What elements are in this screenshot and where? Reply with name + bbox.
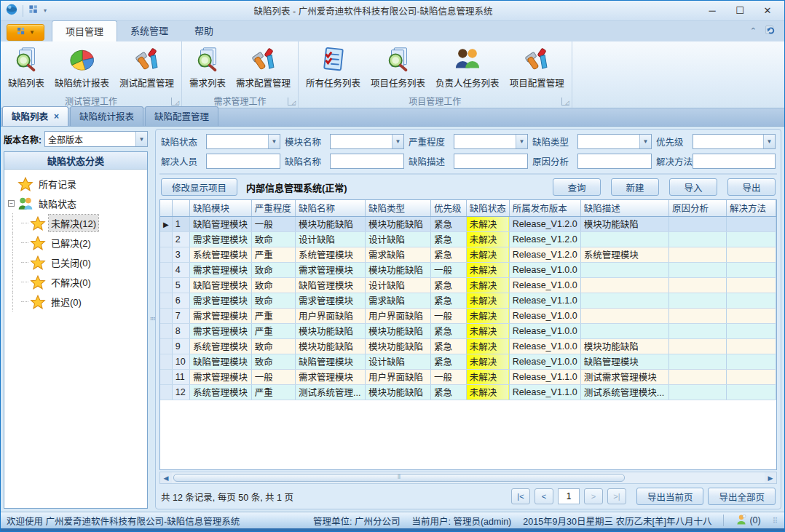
first-page-button[interactable]: |<: [511, 488, 530, 504]
last-page-button[interactable]: >|: [607, 488, 626, 504]
column-header-缺陷状态[interactable]: 缺陷状态: [466, 200, 509, 216]
row-selector-cell[interactable]: [160, 308, 172, 323]
toolbar-button-导入[interactable]: 导入: [669, 178, 717, 196]
table-row[interactable]: 6需求管理模块致命需求管理模块需求缺陷紧急未解决Release_V1.1.0: [160, 293, 776, 308]
application-menu-button[interactable]: ▼: [7, 24, 44, 41]
chevron-down-icon[interactable]: ▼: [763, 135, 775, 148]
table-row[interactable]: ▶1缺陷管理模块一般模块功能缺陷模块功能缺陷紧急未解决Release_V1.2.…: [160, 216, 776, 231]
export-all-pages-button[interactable]: 导出全部页: [708, 488, 776, 505]
close-tab-icon[interactable]: ×: [54, 111, 59, 122]
ribbon-button-所有任务列表[interactable]: 所有任务列表: [301, 44, 365, 91]
document-tab-1[interactable]: 缺陷统计报表: [70, 106, 143, 126]
dialog-launcher-icon[interactable]: [561, 98, 569, 106]
column-header-严重程度[interactable]: 严重程度: [251, 200, 295, 216]
tree-item-未解决(12)[interactable]: 未解决(12): [6, 213, 146, 233]
tree-item-不解决(0)[interactable]: 不解决(0): [6, 272, 146, 292]
ribbon-button-项目配置管理[interactable]: 项目配置管理: [505, 44, 569, 91]
refresh-icon[interactable]: [764, 23, 777, 39]
table-row[interactable]: 9系统管理模块致命模块功能缺陷模块功能缺陷紧急未解决Release_V1.0.0…: [160, 338, 776, 354]
ribbon-button-缺陷列表[interactable]: 缺陷列表: [4, 44, 49, 91]
table-row[interactable]: 5缺陷管理模块致命缺陷管理模块设计缺陷紧急未解决Release_V1.0.0: [160, 277, 776, 293]
row-selector-cell[interactable]: [160, 323, 172, 338]
ribbon-button-项目任务列表[interactable]: 项目任务列表: [366, 44, 430, 91]
chevron-down-icon[interactable]: ▼: [268, 135, 280, 148]
toolbar-button-查询[interactable]: 查询: [553, 178, 601, 196]
table-row[interactable]: 2需求管理模块致命设计缺陷设计缺陷紧急未解决Release_V1.2.0: [160, 231, 776, 247]
prev-page-button[interactable]: <: [534, 488, 553, 504]
ribbon-button-缺陷统计报表[interactable]: 缺陷统计报表: [50, 44, 114, 91]
column-header-缺陷类型[interactable]: 缺陷类型: [365, 200, 430, 216]
minimize-button[interactable]: ─: [700, 3, 725, 19]
close-button[interactable]: ✕: [755, 3, 780, 19]
table-row[interactable]: 12系统管理模块严重测试系统管理...模块功能缺陷紧急未解决Release_V1…: [160, 384, 776, 400]
chevron-down-icon[interactable]: ▼: [639, 135, 651, 148]
row-selector-cell[interactable]: [160, 277, 172, 293]
resize-grip[interactable]: ⠿: [773, 517, 778, 525]
page-number-input[interactable]: [558, 488, 580, 504]
filter-text-input[interactable]: [207, 154, 280, 168]
chevron-down-icon[interactable]: ▼: [516, 135, 527, 148]
ribbon-button-需求列表[interactable]: 需求列表: [185, 44, 230, 91]
scrollbar-thumb[interactable]: [173, 474, 625, 482]
table-row[interactable]: 11需求管理模块一般需求管理模块用户界面缺陷一般未解决Release_V1.1.…: [160, 369, 776, 384]
filter-text-input[interactable]: [578, 154, 651, 168]
document-tab-0[interactable]: 缺陷列表×: [2, 106, 68, 126]
filter-text-input[interactable]: [331, 154, 403, 168]
column-header-所属发布版本[interactable]: 所属发布版本: [509, 200, 580, 216]
maximize-button[interactable]: ☐: [727, 3, 752, 19]
row-selector-cell[interactable]: [160, 369, 172, 384]
tree-item-已解决(2)[interactable]: 已解决(2): [6, 233, 146, 253]
column-header-原因分析[interactable]: 原因分析: [669, 200, 727, 216]
scroll-right-icon[interactable]: ▶: [765, 472, 776, 483]
filter-select-优先级[interactable]: ▼: [693, 134, 776, 149]
toolbar-button-导出[interactable]: 导出: [727, 178, 776, 196]
scroll-left-icon[interactable]: ◀: [160, 472, 172, 483]
chevron-down-icon[interactable]: ▼: [135, 132, 147, 146]
toolbar-button-新建[interactable]: 新建: [611, 178, 659, 196]
dialog-launcher-icon[interactable]: [171, 98, 179, 106]
table-row[interactable]: 4需求管理模块致命需求管理模块模块功能缺陷一般未解决Release_V1.0.0: [160, 262, 776, 277]
ribbon-button-需求配置管理[interactable]: 需求配置管理: [232, 44, 295, 91]
ribbon-tab-1[interactable]: 系统管理: [117, 20, 181, 41]
filter-select-缺陷状态[interactable]: ▼: [206, 134, 280, 149]
vertical-splitter[interactable]: ⠿: [149, 127, 154, 512]
table-row[interactable]: 8需求管理模块严重模块功能缺陷模块功能缺陷紧急未解决Release_V1.0.0: [160, 323, 776, 338]
row-selector-cell[interactable]: [160, 354, 172, 369]
filter-select-严重程度[interactable]: ▼: [454, 134, 528, 149]
table-row[interactable]: 7需求管理模块严重用户界面缺陷用户界面缺陷一般未解决Release_V1.0.0: [160, 308, 776, 323]
ribbon-tab-0[interactable]: 项目管理: [52, 20, 117, 41]
filter-select-模块名称[interactable]: ▼: [330, 134, 404, 149]
version-select[interactable]: 全部版本 ▼: [44, 131, 148, 147]
column-header-缺陷描述[interactable]: 缺陷描述: [580, 200, 668, 216]
column-header-解决方法[interactable]: 解决方法: [727, 200, 776, 216]
horizontal-scrollbar[interactable]: ◀ ▶: [159, 472, 777, 484]
row-selector-cell[interactable]: [160, 231, 172, 247]
row-selector-cell[interactable]: [160, 262, 172, 277]
row-selector-cell[interactable]: [160, 247, 172, 262]
column-header-缺陷模块[interactable]: 缺陷模块: [189, 200, 251, 216]
row-selector-cell[interactable]: [160, 384, 172, 400]
filter-text-input[interactable]: [454, 154, 527, 168]
document-tab-2[interactable]: 缺陷配置管理: [145, 106, 218, 126]
window-grid-icon[interactable]: [28, 4, 39, 17]
tree-item-已关闭(0)[interactable]: 已关闭(0): [6, 253, 146, 272]
collapse-ribbon-icon[interactable]: ⌃: [750, 26, 757, 36]
row-selector-cell[interactable]: ▶: [160, 216, 172, 231]
tree-item-推迟(0)[interactable]: 推迟(0): [6, 292, 146, 311]
next-page-button[interactable]: >: [584, 488, 603, 504]
tree-item-所有记录[interactable]: 所有记录: [6, 174, 146, 194]
row-selector-cell[interactable]: [160, 338, 172, 354]
filter-select-缺陷类型[interactable]: ▼: [577, 134, 652, 149]
column-header-缺陷名称[interactable]: 缺陷名称: [296, 200, 366, 216]
dialog-launcher-icon[interactable]: [288, 98, 296, 106]
table-row[interactable]: 10缺陷管理模块致命缺陷管理模块设计缺陷紧急未解决Release_V1.0.0缺…: [160, 354, 776, 369]
tree-expander-icon[interactable]: −: [8, 200, 15, 207]
tree-item-缺陷状态[interactable]: −缺陷状态: [6, 194, 146, 213]
ribbon-button-测试配置管理[interactable]: 测试配置管理: [115, 44, 178, 91]
row-selector-cell[interactable]: [160, 293, 172, 308]
ribbon-button-负责人任务列表[interactable]: 负责人任务列表: [431, 44, 504, 91]
filter-text-input[interactable]: [693, 154, 775, 168]
chevron-down-icon[interactable]: ▼: [392, 135, 403, 148]
modify-columns-button[interactable]: 修改显示项目: [161, 178, 237, 196]
table-row[interactable]: 3系统管理模块严重系统管理模块需求缺陷紧急未解决Release_V1.2.0系统…: [160, 247, 776, 262]
